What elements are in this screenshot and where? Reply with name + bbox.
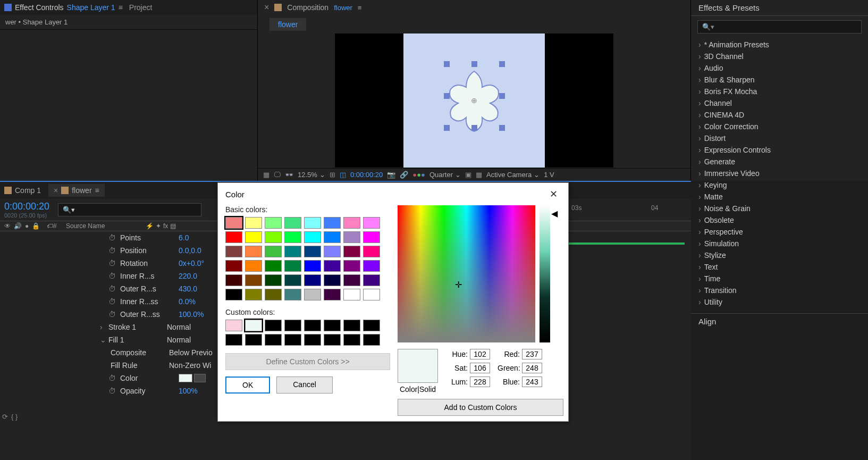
timeline-tab-flower[interactable]: × flower ≡ <box>48 184 105 197</box>
lum-input[interactable] <box>470 377 490 387</box>
red-input[interactable] <box>522 349 542 359</box>
fill-mode[interactable]: Normal <box>167 336 191 344</box>
basic-color-swatch[interactable] <box>225 274 242 286</box>
custom-color-swatch[interactable] <box>343 320 360 331</box>
comp-name[interactable]: flower <box>334 4 352 12</box>
basic-color-swatch[interactable] <box>343 274 360 286</box>
channel-icon[interactable]: 🔗 <box>400 171 408 179</box>
chevron-right-icon[interactable]: › <box>100 323 106 331</box>
basic-color-swatch[interactable] <box>324 246 341 257</box>
blue-input[interactable] <box>522 377 542 387</box>
custom-color-swatch[interactable] <box>284 320 301 331</box>
basic-color-swatch[interactable] <box>225 231 242 243</box>
transparency-icon[interactable]: ◫ <box>340 171 346 179</box>
effects-category-item[interactable]: ›Generate <box>698 156 861 168</box>
effects-category-item[interactable]: ›Text <box>698 261 861 273</box>
composition-viewer[interactable]: ⊕ <box>258 33 690 168</box>
basic-color-swatch[interactable] <box>265 246 282 257</box>
lock-icon[interactable]: 🔒 <box>32 222 40 230</box>
custom-color-swatch[interactable] <box>265 320 282 331</box>
prop-value[interactable]: 100.0% <box>179 310 204 319</box>
basic-color-swatch[interactable] <box>343 231 360 243</box>
close-icon[interactable]: × <box>264 3 269 12</box>
basic-color-swatch[interactable] <box>363 274 380 286</box>
basic-color-swatch[interactable] <box>265 289 282 300</box>
brackets-icon[interactable]: { } <box>11 413 18 421</box>
basic-color-swatch[interactable] <box>324 289 341 300</box>
fillrule-value[interactable]: Non-Zero Wi <box>169 361 211 370</box>
effects-category-item[interactable]: ›Blur & Sharpen <box>698 74 861 86</box>
effects-category-item[interactable]: ›Audio <box>698 62 861 74</box>
anchor-icon[interactable]: ⊕ <box>471 96 477 105</box>
effects-category-item[interactable]: ›3D Channel <box>698 51 861 62</box>
fx-icon[interactable]: fx <box>163 222 168 230</box>
custom-color-swatch[interactable] <box>363 334 380 346</box>
custom-color-swatch[interactable] <box>304 320 321 331</box>
prop-value[interactable]: 6.0 <box>179 233 189 242</box>
selection-handle[interactable] <box>444 93 450 99</box>
basic-color-swatch[interactable] <box>245 274 262 286</box>
custom-color-swatch[interactable] <box>265 334 282 346</box>
hue-input[interactable] <box>470 349 490 359</box>
basic-color-swatch[interactable] <box>304 289 321 300</box>
source-name-header[interactable]: Source Name <box>66 222 146 230</box>
menu-icon[interactable]: ≡ <box>119 3 123 12</box>
effects-category-item[interactable]: ›Immersive Video <box>698 168 861 179</box>
align-panel-title[interactable]: Align <box>691 313 868 329</box>
camera-dropdown[interactable]: Active Camera⌄ <box>486 171 540 179</box>
cancel-button[interactable]: Cancel <box>276 377 333 394</box>
stopwatch-icon[interactable]: ⏱ <box>108 285 117 293</box>
timeline-current-time[interactable]: 0:00:00:20 <box>4 201 49 212</box>
custom-color-swatch[interactable] <box>324 334 341 346</box>
effects-category-item[interactable]: ›* Animation Presets <box>698 39 861 51</box>
selection-handle[interactable] <box>444 61 450 67</box>
eyedropper-icon[interactable] <box>194 374 206 382</box>
custom-color-swatch[interactable] <box>284 334 301 346</box>
tag-icon[interactable]: 🏷 <box>47 222 53 230</box>
snapshot-icon[interactable]: 📷 <box>387 171 395 179</box>
custom-color-swatch[interactable] <box>225 320 242 331</box>
basic-color-swatch[interactable] <box>245 289 262 300</box>
basic-color-swatch[interactable] <box>284 217 301 229</box>
effects-category-item[interactable]: ›Stylize <box>698 249 861 261</box>
speaker-icon[interactable]: 🔊 <box>14 222 22 230</box>
close-button[interactable]: ✕ <box>546 187 561 201</box>
basic-color-swatch[interactable] <box>245 246 262 257</box>
roi-icon[interactable]: ▣ <box>465 171 471 179</box>
define-custom-colors-button[interactable]: Define Custom Colors >> <box>225 353 390 370</box>
prop-value[interactable]: 220.0 <box>179 272 197 280</box>
selection-handle[interactable] <box>499 61 505 67</box>
eye-icon[interactable]: 👁 <box>4 222 11 230</box>
basic-color-swatch[interactable] <box>284 274 301 286</box>
basic-color-swatch[interactable] <box>363 289 380 300</box>
prop-value[interactable]: 430.0 <box>179 285 197 293</box>
slider-arrow-icon[interactable]: ◀ <box>551 208 558 219</box>
effects-category-item[interactable]: ›Color Correction <box>698 121 861 132</box>
mask-icon[interactable]: 👓 <box>285 171 293 179</box>
menu-icon[interactable]: ≡ <box>95 186 99 195</box>
rgb-icon[interactable]: ●●● <box>412 171 425 179</box>
effects-category-item[interactable]: ›Noise & Grain <box>698 203 861 214</box>
selection-handle[interactable] <box>471 61 477 67</box>
prop-value[interactable]: 0.0% <box>179 297 196 306</box>
basic-color-swatch[interactable] <box>363 231 380 243</box>
timeline-tab-comp1[interactable]: Comp 1 <box>4 186 41 195</box>
ok-button[interactable]: OK <box>225 377 270 394</box>
basic-color-swatch[interactable] <box>265 274 282 286</box>
basic-color-swatch[interactable] <box>225 217 242 229</box>
basic-color-swatch[interactable] <box>343 289 360 300</box>
project-tab[interactable]: Project <box>129 3 153 12</box>
guides-icon[interactable]: ▦ <box>476 171 482 179</box>
custom-color-swatch[interactable] <box>363 320 380 331</box>
basic-color-swatch[interactable] <box>245 217 262 229</box>
basic-color-swatch[interactable] <box>304 217 321 229</box>
zoom-dropdown[interactable]: 12.5%⌄ <box>298 171 325 179</box>
basic-color-swatch[interactable] <box>265 217 282 229</box>
shy-icon[interactable]: ⚡ <box>146 222 154 230</box>
effects-category-item[interactable]: ›Expression Controls <box>698 144 861 156</box>
stroke-item[interactable]: Stroke 1 <box>108 323 167 331</box>
effects-category-item[interactable]: ›Time <box>698 273 861 285</box>
effects-category-item[interactable]: ›Distort <box>698 132 861 144</box>
effects-search-input[interactable]: 🔍▾ <box>697 20 862 34</box>
basic-color-swatch[interactable] <box>363 246 380 257</box>
